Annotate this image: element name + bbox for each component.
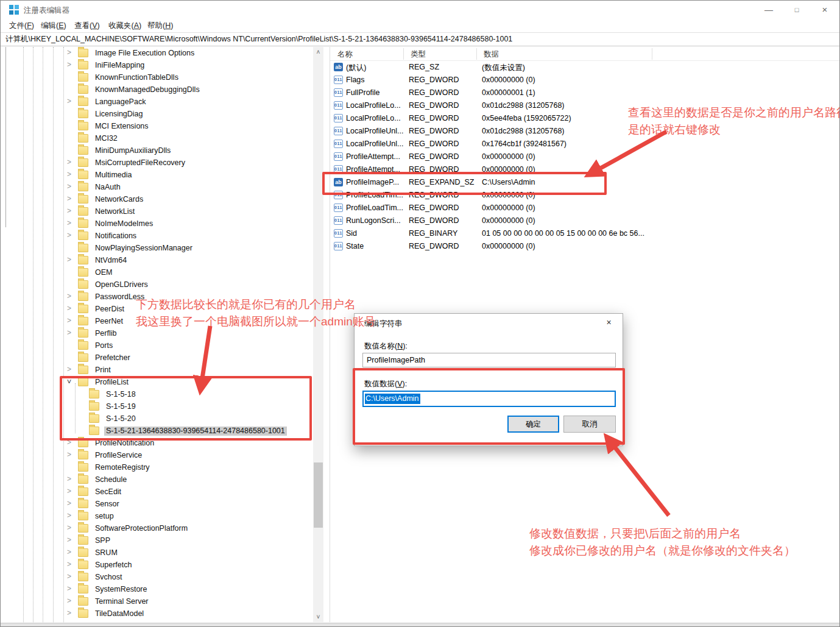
chevron-right-icon[interactable]: >: [65, 328, 74, 338]
chevron-right-icon[interactable]: >: [65, 584, 74, 594]
tree-item[interactable]: >Image File Execution Options: [1, 47, 313, 59]
chevron-right-icon[interactable]: >: [65, 536, 74, 545]
tree-item[interactable]: MCI32: [1, 132, 313, 144]
chevron-right-icon[interactable]: >: [65, 523, 74, 533]
tree-item[interactable]: >NtVdm64: [1, 254, 313, 266]
value-row[interactable]: 011RunLogonScri...REG_DWORD0x00000000 (0…: [330, 214, 840, 227]
value-row[interactable]: 011StateREG_DWORD0x00000000 (0): [330, 240, 840, 253]
tree-item[interactable]: >NetworkCards: [1, 193, 313, 205]
column-header-data[interactable]: 数据: [476, 49, 499, 60]
chevron-right-icon[interactable]: >: [65, 194, 74, 204]
tree-item[interactable]: KnownManagedDebuggingDlls: [1, 83, 313, 96]
value-row[interactable]: 011FullProfileREG_DWORD0x00000001 (1): [330, 87, 840, 99]
tree-item[interactable]: >NetworkList: [1, 205, 313, 218]
chevron-right-icon[interactable]: >: [65, 304, 74, 314]
menu-view[interactable]: 查看(V): [74, 21, 100, 31]
tree-scrollbar[interactable]: ˄ ˅: [313, 47, 323, 622]
chevron-right-icon[interactable]: >: [65, 207, 74, 216]
cancel-button[interactable]: 取消: [563, 416, 616, 433]
chevron-right-icon[interactable]: [65, 267, 74, 277]
tree-item[interactable]: >SPP: [1, 534, 313, 547]
chevron-right-icon[interactable]: [65, 462, 74, 472]
chevron-right-icon[interactable]: >: [65, 572, 74, 582]
chevron-right-icon[interactable]: >: [65, 60, 74, 70]
chevron-right-icon[interactable]: >: [65, 560, 74, 570]
menu-favorites[interactable]: 收藏夹(A): [108, 21, 141, 31]
tree-item[interactable]: >SRUM: [1, 547, 313, 559]
chevron-right-icon[interactable]: >: [65, 597, 74, 606]
chevron-right-icon[interactable]: >: [65, 219, 74, 228]
column-header-type[interactable]: 类型: [403, 49, 426, 60]
chevron-right-icon[interactable]: [65, 280, 74, 289]
chevron-right-icon[interactable]: >: [65, 48, 74, 58]
tree-item[interactable]: >NoImeModeImes: [1, 218, 313, 230]
tree-item[interactable]: >MsiCorruptedFileRecovery: [1, 157, 313, 169]
tree-item[interactable]: >Schedule: [1, 473, 313, 486]
tree-item[interactable]: >LanguagePack: [1, 96, 313, 108]
maximize-icon[interactable]: □: [783, 1, 811, 19]
value-row[interactable]: 011ProfileAttempt...REG_DWORD0x00000000 …: [330, 151, 840, 163]
tree-item[interactable]: >setup: [1, 510, 313, 522]
tree-item[interactable]: S-1-5-19: [1, 400, 313, 413]
chevron-right-icon[interactable]: >: [65, 170, 74, 180]
value-row[interactable]: 011ProfileLoadTim...REG_DWORD0x00000000 …: [330, 202, 840, 214]
value-row[interactable]: 011SidREG_BINARY01 05 00 00 00 00 00 05 …: [330, 227, 840, 240]
tree-item[interactable]: >ProfileNotification: [1, 437, 313, 449]
value-row[interactable]: ab(默认)REG_SZ(数值未设置): [330, 61, 840, 74]
tree-item[interactable]: >NaAuth: [1, 181, 313, 193]
chevron-right-icon[interactable]: [65, 85, 74, 94]
chevron-right-icon[interactable]: [65, 121, 74, 131]
tree-item[interactable]: OpenGLDrivers: [1, 278, 313, 291]
tree-item[interactable]: Ports: [1, 339, 313, 352]
tree-item[interactable]: OEM: [1, 266, 313, 278]
tree-item[interactable]: S-1-5-18: [1, 388, 313, 400]
value-row[interactable]: 011ProfileAttempt...REG_DWORD0x00000000 …: [330, 163, 840, 176]
tree-item[interactable]: NowPlayingSessionManager: [1, 242, 313, 254]
address-bar[interactable]: 计算机\HKEY_LOCAL_MACHINE\SOFTWARE\Microsof…: [1, 32, 839, 46]
tree-item[interactable]: S-1-5-20: [1, 413, 313, 425]
chevron-right-icon[interactable]: >: [65, 231, 74, 241]
tree-item[interactable]: Prefetcher: [1, 352, 313, 364]
value-row-profileimagepath[interactable]: abProfileImageP...REG_EXPAND_SZC:\Users\…: [330, 176, 840, 189]
chevron-right-icon[interactable]: [65, 353, 74, 363]
chevron-right-icon[interactable]: >: [65, 316, 74, 326]
value-row[interactable]: 011ProfileLoadTim...REG_DWORD0x00000000 …: [330, 189, 840, 202]
chevron-right-icon[interactable]: >: [65, 97, 74, 107]
chevron-right-icon[interactable]: [65, 341, 74, 350]
tree-item[interactable]: MiniDumpAuxiliaryDlls: [1, 144, 313, 157]
chevron-right-icon[interactable]: [65, 146, 74, 155]
tree-item[interactable]: >Multimedia: [1, 169, 313, 181]
chevron-right-icon[interactable]: >: [65, 438, 74, 448]
chevron-right-icon[interactable]: >: [65, 365, 74, 375]
tree-item[interactable]: >Sensor: [1, 498, 313, 510]
scroll-down-icon[interactable]: ˅: [313, 612, 323, 622]
menu-file[interactable]: 文件(F): [9, 21, 34, 31]
chevron-right-icon[interactable]: >: [65, 292, 74, 302]
scroll-up-icon[interactable]: ˄: [313, 47, 323, 57]
chevron-right-icon[interactable]: >: [65, 499, 74, 509]
value-row[interactable]: 011LocalProfileUnl...REG_DWORD0x1764cb1f…: [330, 138, 840, 151]
menu-help[interactable]: 帮助(H): [147, 21, 173, 31]
scrollbar-thumb[interactable]: [314, 462, 323, 528]
value-row[interactable]: 011FlagsREG_DWORD0x00000000 (0): [330, 74, 840, 87]
column-header-name[interactable]: 名称: [330, 49, 353, 60]
chevron-right-icon[interactable]: >: [65, 182, 74, 192]
chevron-right-icon[interactable]: >: [65, 487, 74, 497]
tree-item[interactable]: >Print: [1, 364, 313, 376]
tree-item[interactable]: LicensingDiag: [1, 108, 313, 120]
tree-item[interactable]: MCI Extensions: [1, 120, 313, 132]
tree-item[interactable]: >SoftwareProtectionPlatform: [1, 522, 313, 534]
tree-item[interactable]: KnownFunctionTableDlls: [1, 71, 313, 83]
chevron-right-icon[interactable]: >: [65, 450, 74, 460]
chevron-right-icon[interactable]: >: [65, 548, 74, 558]
chevron-right-icon[interactable]: [65, 73, 74, 82]
minimize-icon[interactable]: —: [755, 1, 783, 19]
menu-edit[interactable]: 编辑(E): [41, 21, 66, 31]
chevron-right-icon[interactable]: >: [65, 609, 74, 618]
dialog-close-icon[interactable]: ×: [595, 314, 623, 331]
chevron-right-icon[interactable]: >: [65, 511, 74, 521]
tree-item[interactable]: >SystemRestore: [1, 583, 313, 595]
chevron-right-icon[interactable]: >: [65, 475, 74, 484]
chevron-right-icon[interactable]: >: [65, 158, 74, 168]
value-data-field[interactable]: C:\Users\Admin: [362, 391, 616, 407]
